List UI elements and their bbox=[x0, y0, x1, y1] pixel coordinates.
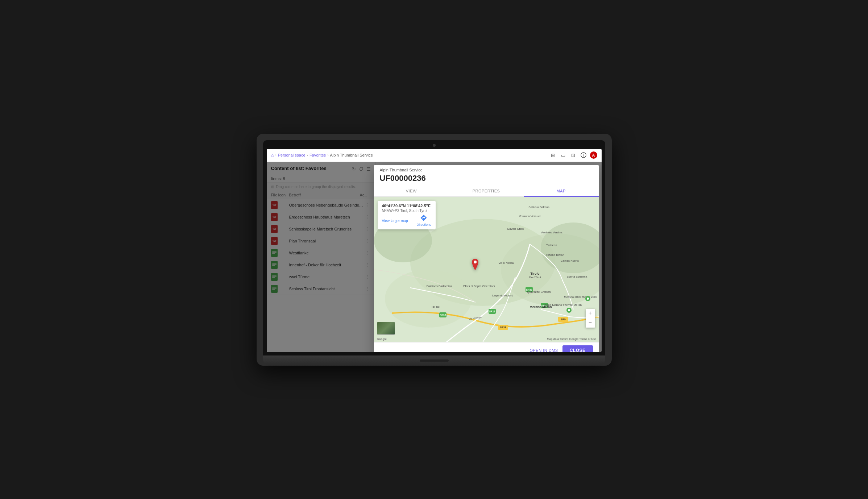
svg-text:Tirolo: Tirolo bbox=[530, 272, 539, 275]
svg-text:Saltusio Saltaus: Saltusio Saltaus bbox=[528, 205, 549, 209]
svg-text:Plars di Sopra Oberplars: Plars di Sopra Oberplars bbox=[463, 284, 495, 288]
breadcrumb-current: Alpin Thumbnail Service bbox=[330, 153, 373, 157]
map-view-larger-link[interactable]: View larger map bbox=[382, 219, 408, 223]
breadcrumb-personal-space[interactable]: Personal space bbox=[278, 153, 306, 157]
grid-view-icon[interactable]: ⊞ bbox=[549, 151, 557, 159]
help-icon[interactable]: i bbox=[580, 151, 587, 159]
svg-text:SP9: SP9 bbox=[561, 318, 565, 321]
svg-text:Tschenn: Tschenn bbox=[546, 244, 557, 247]
map-location-code: M4VW+P3 Tirol, South Tyrol bbox=[382, 209, 431, 213]
breadcrumb-sep-1: › bbox=[275, 153, 276, 157]
breadcrumb-sep-3: › bbox=[327, 153, 328, 157]
svg-point-59 bbox=[587, 298, 589, 300]
laptop-bottom bbox=[263, 355, 605, 366]
map-thumbnail-strip bbox=[377, 322, 395, 335]
map-info-bubble: 46°41'39.6"N 11°08'42.5"E M4VW+P3 Tirol,… bbox=[378, 201, 436, 229]
svg-text:Caines Kuens: Caines Kuens bbox=[561, 259, 579, 262]
svg-text:Lagundo Algund: Lagundo Algund bbox=[492, 294, 513, 297]
header-icons: ⊞ ▭ ⊡ i A bbox=[549, 151, 597, 159]
map-pin bbox=[471, 259, 479, 273]
map-thumbnail-1 bbox=[377, 322, 395, 335]
modal-tabs: VIEW PROPERTIES MAP bbox=[374, 186, 599, 197]
map-container: SS38 SP13 SP38 SP13 bbox=[374, 197, 599, 342]
modal-service-title: Alpin Thumbnail Service bbox=[374, 165, 599, 172]
svg-point-57 bbox=[568, 309, 570, 311]
breadcrumb-favorites[interactable]: Favorites bbox=[310, 153, 326, 157]
modal-content: SS38 SP13 SP38 SP13 bbox=[374, 197, 599, 342]
svg-text:Dorf Tirol: Dorf Tirol bbox=[529, 276, 541, 279]
home-icon[interactable]: ⌂ bbox=[271, 153, 274, 158]
map-background: SS38 SP13 SP38 SP13 bbox=[374, 197, 599, 342]
app-container: ⌂ › Personal space › Favorites › Alpin T… bbox=[267, 149, 602, 352]
svg-text:SS38: SS38 bbox=[440, 314, 446, 316]
zoom-out-button[interactable]: − bbox=[586, 318, 595, 328]
laptop-screen: ⌂ › Personal space › Favorites › Alpin T… bbox=[267, 149, 602, 352]
svg-text:Merano 2000 Meran 2000: Merano 2000 Meran 2000 bbox=[564, 295, 597, 299]
svg-text:Vernurio Vernuer: Vernurio Vernuer bbox=[519, 215, 540, 218]
modal-id: UF00000236 bbox=[374, 172, 599, 186]
svg-text:i: i bbox=[583, 153, 583, 157]
svg-point-20 bbox=[385, 270, 472, 328]
svg-text:Parcines Partschins: Parcines Partschins bbox=[426, 284, 452, 288]
svg-text:Gaveis Gfeis: Gaveis Gfeis bbox=[507, 227, 524, 230]
svg-text:Scena Schenna: Scena Schenna bbox=[566, 275, 587, 278]
directions-label: Directions bbox=[416, 223, 431, 226]
map-attribution: Map data ©2020 Google Terms of Use bbox=[547, 337, 597, 341]
svg-text:Tel Tall: Tel Tall bbox=[431, 305, 440, 308]
laptop-outer: ⌂ › Personal space › Favorites › Alpin T… bbox=[257, 134, 612, 366]
app-body: Content of list: Favorites ↻ ⏱ ☰ Items: … bbox=[267, 162, 602, 352]
trackpad-notch bbox=[420, 359, 449, 362]
svg-text:Terme Merano Therme Meran: Terme Merano Therme Meran bbox=[543, 303, 581, 307]
laptop-camera bbox=[433, 144, 436, 147]
user-avatar[interactable]: A bbox=[590, 151, 597, 159]
tab-map[interactable]: MAP bbox=[524, 186, 599, 197]
map-zoom-controls: + − bbox=[586, 309, 595, 328]
map-coordinates: 46°41'39.6"N 11°08'42.5"E bbox=[382, 204, 431, 208]
screen-bezel: ⌂ › Personal space › Favorites › Alpin T… bbox=[263, 140, 605, 355]
google-logo: Google bbox=[377, 337, 387, 341]
tab-view[interactable]: VIEW bbox=[374, 186, 449, 196]
export-icon[interactable]: ⊡ bbox=[570, 151, 577, 159]
modal-footer: OPEN IN DMS CLOSE bbox=[374, 342, 599, 352]
breadcrumb-sep-2: › bbox=[307, 153, 308, 157]
directions-button[interactable]: Directions bbox=[416, 214, 431, 226]
zoom-in-button[interactable]: + bbox=[586, 309, 595, 318]
svg-text:Velloi Vellau: Velloi Vellau bbox=[498, 261, 514, 265]
svg-text:SP13: SP13 bbox=[489, 310, 495, 313]
svg-point-60 bbox=[474, 261, 477, 263]
svg-text:Quarazze Grätsch: Quarazze Grätsch bbox=[527, 290, 551, 294]
layout-icon[interactable]: ▭ bbox=[560, 151, 567, 159]
svg-text:Verdines Verdins: Verdines Verdins bbox=[540, 231, 562, 234]
modal-dialog: Alpin Thumbnail Service UF00000236 VIEW … bbox=[374, 165, 599, 352]
tab-properties[interactable]: PROPERTIES bbox=[449, 186, 524, 196]
svg-text:Rifiano Riffian: Rifiano Riffian bbox=[546, 253, 564, 257]
app-header: ⌂ › Personal space › Favorites › Alpin T… bbox=[267, 149, 602, 162]
modal-overlay: Alpin Thumbnail Service UF00000236 VIEW … bbox=[267, 162, 602, 352]
directions-icon bbox=[420, 214, 427, 223]
svg-text:SS38: SS38 bbox=[500, 326, 506, 329]
breadcrumb: ⌂ › Personal space › Favorites › Alpin T… bbox=[271, 153, 373, 158]
open-in-dms-button[interactable]: OPEN IN DMS bbox=[529, 348, 558, 352]
close-button[interactable]: CLOSE bbox=[562, 345, 593, 352]
